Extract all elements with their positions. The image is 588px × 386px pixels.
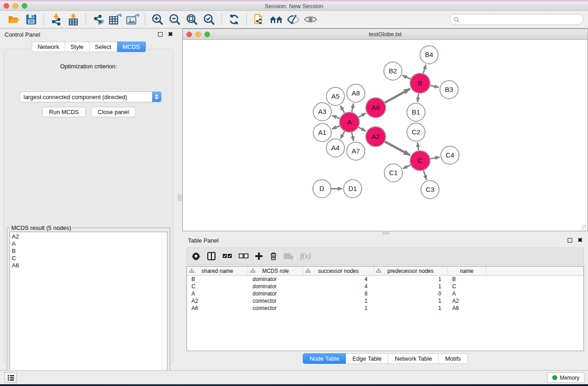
table-cell[interactable]: 4: [303, 276, 374, 282]
resize-grip-icon[interactable]: [581, 224, 587, 230]
edge-B-B3[interactable]: [430, 86, 439, 87]
table-cell[interactable]: 1: [374, 305, 448, 311]
table-cell[interactable]: connector: [248, 298, 303, 304]
table-row[interactable]: Cdominator41C: [187, 283, 583, 290]
save-icon[interactable]: [24, 13, 39, 26]
search-field[interactable]: [449, 14, 583, 25]
zoom-in-icon[interactable]: [150, 13, 165, 26]
mcds-result-item[interactable]: A6: [10, 262, 167, 269]
table-cell[interactable]: 1: [374, 283, 448, 290]
table-cell[interactable]: dominator: [248, 283, 303, 290]
column-header-name[interactable]: name: [448, 267, 486, 275]
memory-button[interactable]: Memory: [547, 372, 584, 383]
edge-A-A2[interactable]: [359, 127, 366, 131]
edge-A-A8[interactable]: [352, 103, 354, 112]
run-mcds-button[interactable]: Run MCDS: [42, 107, 86, 117]
zoom-fit-icon[interactable]: [184, 13, 200, 26]
mcds-result-item[interactable]: A: [10, 240, 167, 248]
tab-network-table[interactable]: Network Table: [388, 353, 439, 364]
table-cell[interactable]: 8: [303, 291, 374, 297]
select-all-icon[interactable]: [222, 250, 232, 262]
export-network-icon[interactable]: [91, 13, 106, 26]
table-cell[interactable]: C: [187, 283, 248, 290]
zoom-selected-icon[interactable]: [201, 13, 217, 26]
table-cell[interactable]: C: [448, 283, 486, 290]
table-cell[interactable]: 1: [303, 305, 374, 311]
table-cell[interactable]: dominator: [248, 276, 303, 282]
table-cell[interactable]: A2: [448, 298, 486, 304]
export-image-icon[interactable]: [125, 13, 140, 26]
edge-C-C2[interactable]: [417, 143, 418, 150]
table-cell[interactable]: A6: [448, 305, 486, 311]
table-cell[interactable]: B: [187, 276, 248, 282]
scrollbar[interactable]: [162, 232, 167, 379]
table-cell[interactable]: B: [448, 276, 486, 282]
column-panel-icon[interactable]: [207, 250, 216, 262]
table-cell[interactable]: 1: [374, 298, 448, 304]
close-panel-icon[interactable]: ✖: [168, 32, 173, 37]
edge-A-A6[interactable]: [359, 113, 366, 117]
zoom-out-icon[interactable]: [167, 13, 182, 26]
edge-B-B2[interactable]: [402, 75, 411, 79]
hide-glasses-icon[interactable]: [286, 13, 301, 26]
table-cell[interactable]: A6: [187, 305, 248, 311]
float-panel-icon[interactable]: [158, 32, 163, 37]
delete-column-icon[interactable]: [269, 250, 277, 262]
tab-network[interactable]: Network: [32, 42, 65, 52]
divider-grip[interactable]: [383, 231, 389, 234]
delete-table-icon[interactable]: [284, 250, 294, 262]
float-table-panel-icon[interactable]: [568, 238, 572, 243]
eye-icon[interactable]: [303, 13, 318, 26]
gear-icon[interactable]: [191, 250, 201, 262]
tab-select[interactable]: Select: [90, 42, 117, 52]
tab-mcds[interactable]: MCDS: [117, 42, 146, 52]
refresh-icon[interactable]: [226, 13, 242, 26]
mcds-result-item[interactable]: A2: [10, 233, 167, 240]
table-cell[interactable]: A: [187, 291, 248, 297]
table-cell[interactable]: 1: [374, 276, 448, 282]
network-window-titlebar[interactable]: testGlobe.txt: [183, 29, 588, 40]
edge-C-C1[interactable]: [403, 165, 411, 169]
task-history-button[interactable]: [5, 372, 17, 383]
new-session-icon[interactable]: [251, 13, 267, 26]
mcds-result-item[interactable]: B: [10, 248, 167, 255]
mcds-result-item[interactable]: C: [10, 255, 167, 262]
table-row[interactable]: A2connector11A2: [187, 297, 583, 305]
table-cell[interactable]: dominator: [248, 291, 303, 297]
search-input[interactable]: [462, 16, 583, 23]
column-header-shared-name[interactable]: shared name: [187, 267, 248, 275]
import-table-icon[interactable]: [66, 13, 81, 26]
edge-A-A3[interactable]: [332, 115, 339, 119]
edge-A-A1[interactable]: [332, 126, 339, 129]
homes-icon[interactable]: [268, 13, 284, 26]
column-header-MCDS-role[interactable]: MCDS role: [248, 267, 303, 275]
table-row[interactable]: Adominator80A: [187, 290, 583, 297]
edge-A-A7[interactable]: [352, 132, 354, 141]
edge-C-C3[interactable]: [423, 171, 426, 180]
deselect-all-icon[interactable]: [239, 250, 249, 262]
network-canvas[interactable]: B4B2BB3A5A8A6A3B1AA1C2A2A4A7C4CC1C3DD1: [183, 40, 588, 231]
table-cell[interactable]: 4: [303, 283, 374, 290]
add-column-icon[interactable]: [255, 250, 263, 262]
table-cell[interactable]: A2: [187, 298, 248, 304]
edge-B-B1[interactable]: [417, 94, 419, 102]
table-cell[interactable]: 0: [374, 291, 448, 297]
optimization-criterion-dropdown[interactable]: largest connected component (directed): [19, 91, 162, 102]
open-folder-icon[interactable]: [6, 13, 22, 26]
import-network-icon[interactable]: [48, 13, 64, 26]
tab-node-table[interactable]: Node Table: [303, 353, 346, 364]
edge-A6-B[interactable]: [385, 89, 410, 103]
edge-B-B4[interactable]: [423, 65, 426, 73]
tab-motifs[interactable]: Motifs: [439, 353, 468, 364]
function-builder-icon[interactable]: f(x): [300, 250, 311, 262]
table-row[interactable]: Bdominator41B: [187, 276, 583, 283]
tab-edge-table[interactable]: Edge Table: [346, 353, 388, 364]
edge-A-A4[interactable]: [340, 131, 344, 139]
table-row[interactable]: A6connector11A6: [187, 305, 583, 312]
edge-A-A5[interactable]: [340, 105, 344, 113]
table-cell[interactable]: connector: [248, 305, 303, 311]
close-panel-button[interactable]: Close panel: [91, 107, 136, 117]
edge-C-C4[interactable]: [430, 157, 440, 159]
close-table-panel-icon[interactable]: ✖: [578, 238, 583, 243]
mcds-result-list[interactable]: A2ABCA6: [10, 232, 167, 379]
